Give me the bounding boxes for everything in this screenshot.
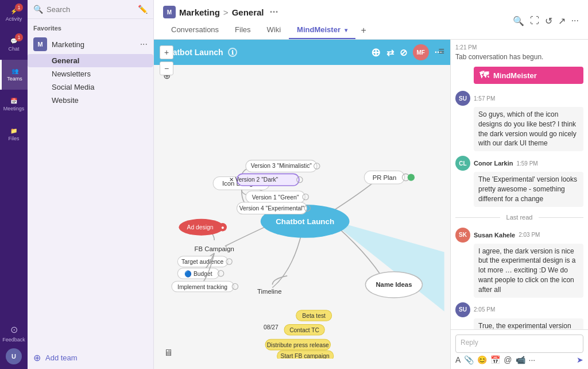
last-read-divider: Last read	[455, 212, 583, 223]
sidebar-item-files[interactable]: 📁 Files	[0, 120, 28, 149]
main-content: M Marketing > General ··· Conversations …	[154, 0, 588, 369]
mindmeister-card: 🗺 MindMeister	[474, 67, 583, 84]
edit-icon[interactable]: ✏️	[138, 5, 148, 14]
msg-time-3: 2:03 PM	[519, 232, 540, 238]
favorites-section: Favorites	[28, 19, 153, 34]
svg-text:Name Ideas: Name Ideas	[376, 281, 412, 288]
breadcrumb-sep: >	[223, 7, 229, 17]
system-body: Tab conversation has begun.	[455, 52, 583, 62]
msg-body-4: True, the experimental version would hav…	[474, 318, 583, 329]
search-input[interactable]	[47, 5, 134, 14]
svg-text:Distribute press release: Distribute press release	[267, 342, 329, 348]
send-button[interactable]: ➤	[577, 355, 583, 364]
more-tools-icon[interactable]: ···	[529, 355, 536, 364]
sidebar-item-chat[interactable]: 1 💬 Chat	[0, 30, 28, 60]
svg-text:Target audience: Target audience	[181, 259, 224, 265]
svg-text:Implement tracking: Implement tracking	[177, 284, 227, 290]
schedule-icon[interactable]: 📅	[490, 355, 500, 364]
header-share-icon[interactable]: ↗	[558, 16, 566, 26]
mindmeister-card-label: MindMeister	[493, 71, 537, 80]
chat-label: Chat	[8, 46, 19, 52]
user-mf-avatar: MF	[413, 44, 429, 60]
sidebar-item-activity[interactable]: 1 ⚡ Activity	[0, 0, 28, 30]
zoom-out-button[interactable]: −	[160, 62, 173, 75]
reply-placeholder: Reply	[461, 339, 478, 347]
sidebar-item-feedback[interactable]: ⊙ Feedback	[0, 318, 28, 348]
user-avatar[interactable]: U	[6, 348, 22, 364]
svg-text:Beta test: Beta test	[302, 313, 326, 319]
chat-badge: 1	[15, 33, 23, 41]
channel-general-label: General	[52, 56, 79, 65]
mindmeister-title-bar: Chatbot Launch ℹ ⊕ ⇄ ⊘ MF ···	[154, 40, 450, 65]
add-node-icon[interactable]: ⊕	[371, 45, 381, 59]
svg-text:Version 3 "Minimalistic": Version 3 "Minimalistic"	[251, 163, 312, 169]
chat-message-2: CL Conor Larkin 1:59 PM The 'Experimenta…	[455, 156, 583, 206]
header-search-icon[interactable]: 🔍	[513, 16, 524, 26]
chat-messages: 1:21 PM Tab conversation has begun. 🗺 Mi…	[451, 40, 588, 329]
channel-general[interactable]: General	[28, 54, 153, 67]
team-marketing-label: Marketing	[52, 40, 84, 49]
msg-body-3: I agree, the dark version is nice but th…	[474, 244, 583, 298]
channel-social-media-label: Social Media	[52, 83, 94, 91]
activity-label: Activity	[6, 16, 22, 22]
mindmap-svg: Chatbot Launch Icon Designs Version 3 "M…	[154, 74, 450, 359]
team-avatar: M	[163, 6, 176, 18]
channel-website[interactable]: Website	[28, 94, 153, 107]
mindmap-menu-icon[interactable]: ≡	[438, 45, 444, 57]
svg-text:●: ●	[221, 225, 225, 230]
meetings-label: Meetings	[3, 106, 25, 112]
tab-wiki[interactable]: Wiki	[259, 22, 289, 39]
tab-mindmeister-label: MindMeister	[297, 25, 341, 34]
meetings-icon: 📅	[10, 98, 17, 104]
zoom-controls: + −	[160, 45, 173, 75]
header-more-options-icon[interactable]: ···	[571, 16, 579, 26]
block-icon[interactable]: ⊘	[400, 47, 407, 58]
tab-files[interactable]: Files	[227, 22, 258, 39]
header-more-icon[interactable]: ···	[270, 6, 278, 18]
search-bar: 🔍 ✏️	[28, 0, 153, 19]
system-message: 1:21 PM Tab conversation has begun.	[455, 44, 583, 62]
tab-conversations[interactable]: Conversations	[163, 22, 227, 39]
at-icon[interactable]: @	[504, 355, 512, 364]
info-icon[interactable]: ℹ	[228, 48, 237, 57]
msg-name-3: Susan Kahele	[474, 232, 515, 239]
channel-social-media[interactable]: Social Media	[28, 80, 153, 94]
mindmeister-actions: ⊕ ⇄ ⊘ MF ···	[371, 44, 442, 60]
svg-text:Timeline: Timeline	[257, 288, 281, 295]
msg-header-4: SU 2:05 PM	[455, 302, 583, 317]
sidebar-icons: 1 ⚡ Activity 1 💬 Chat 👥 Teams 📅 Meetings…	[0, 0, 28, 369]
add-tab-button[interactable]: +	[355, 22, 372, 39]
reply-input[interactable]: Reply	[455, 335, 583, 353]
avatar-4: SU	[455, 302, 470, 317]
tab-mindmeister[interactable]: MindMeister ▾	[289, 22, 355, 39]
header-expand-icon[interactable]: ⛶	[530, 16, 539, 26]
main-header: M Marketing > General ··· Conversations …	[154, 0, 588, 40]
favorites-label: Favorites	[33, 25, 61, 32]
link-icon[interactable]: ⇄	[386, 47, 394, 58]
teams-icon: 👥	[11, 68, 18, 74]
attach-icon[interactable]: 📎	[464, 355, 474, 364]
tab-files-label: Files	[235, 25, 250, 34]
team-more-icon[interactable]: ···	[140, 39, 148, 49]
msg-body-2: The 'Experimental' version looks pretty …	[474, 172, 583, 206]
channel-newsletters[interactable]: Newsletters	[28, 67, 153, 80]
avatar-3: SK	[455, 228, 470, 243]
sidebar-item-teams[interactable]: 👥 Teams	[0, 60, 28, 90]
header-refresh-icon[interactable]: ↺	[545, 16, 552, 26]
sidebar-item-meetings[interactable]: 📅 Meetings	[0, 90, 28, 120]
svg-text:Start FB campaign: Start FB campaign	[281, 353, 330, 359]
msg-header-3: SK Susan Kahele 2:03 PM	[455, 228, 583, 243]
format-icon[interactable]: A	[455, 355, 461, 364]
chat-message-1: SU 1:57 PM So guys, which of the icon de…	[455, 91, 583, 151]
zoom-in-button[interactable]: +	[160, 45, 173, 59]
svg-text:Chatbot Launch: Chatbot Launch	[276, 217, 334, 226]
chat-message-3: SK Susan Kahele 2:03 PM I agree, the dar…	[455, 228, 583, 298]
team-marketing[interactable]: M Marketing ···	[28, 34, 153, 54]
content-area: Chatbot Launch ℹ ⊕ ⇄ ⊘ MF ··· + − ⊕ ≡	[154, 40, 588, 369]
feedback-icon: ⊙	[10, 324, 18, 335]
search-icon: 🔍	[33, 5, 43, 14]
emoji-icon[interactable]: 😊	[477, 355, 487, 364]
svg-text:PR Plan: PR Plan	[373, 174, 397, 181]
gif-icon[interactable]: 📹	[516, 355, 525, 364]
add-team-button[interactable]: ⊕ Add team	[28, 349, 153, 369]
